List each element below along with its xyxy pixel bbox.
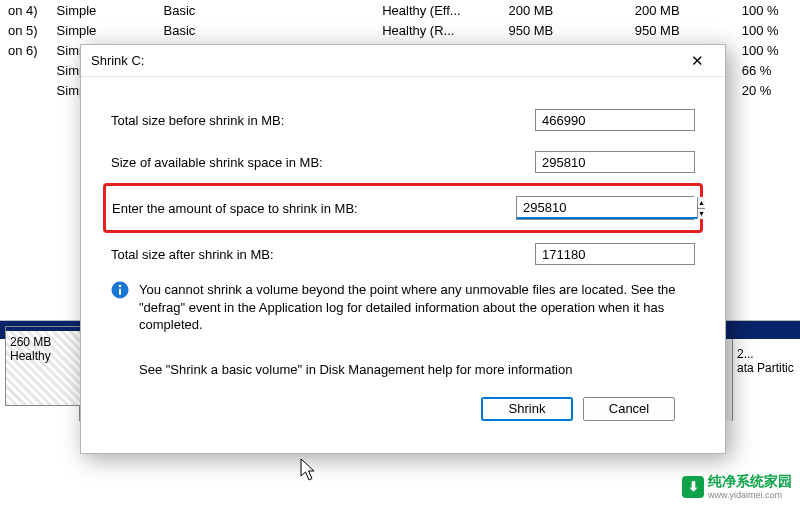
close-button[interactable]: ✕ xyxy=(679,48,715,74)
info-block: You cannot shrink a volume beyond the po… xyxy=(111,275,695,334)
table-row: on 5) Simple Basic Healthy (R... 950 MB … xyxy=(0,20,800,40)
shrink-button[interactable]: Shrink xyxy=(481,397,573,421)
info-icon xyxy=(111,281,129,334)
label-shrink-amount: Enter the amount of space to shrink in M… xyxy=(112,201,516,216)
value-total-before: 466990 xyxy=(535,109,695,131)
shrink-dialog: Shrink C: ✕ Total size before shrink in … xyxy=(80,44,726,454)
shrink-amount-input[interactable] xyxy=(517,197,697,219)
chevron-up-icon: ▲ xyxy=(698,199,705,206)
row-total-after: Total size after shrink in MB: 171180 xyxy=(111,233,695,275)
label-total-after: Total size after shrink in MB: xyxy=(111,247,535,262)
help-text: See "Shrink a basic volume" in Disk Mana… xyxy=(111,334,695,377)
download-icon xyxy=(682,476,704,498)
close-icon: ✕ xyxy=(691,52,704,70)
spinner-up-button[interactable]: ▲ xyxy=(698,197,705,209)
watermark-brand: 纯净系统家园 xyxy=(708,473,792,489)
label-total-before: Total size before shrink in MB: xyxy=(111,113,535,128)
cursor-icon xyxy=(300,458,318,485)
value-total-after: 171180 xyxy=(535,243,695,265)
dialog-title: Shrink C: xyxy=(91,53,679,68)
partition-right[interactable]: 2... ata Partitic xyxy=(732,339,800,421)
label-available: Size of available shrink space in MB: xyxy=(111,155,535,170)
info-text: You cannot shrink a volume beyond the po… xyxy=(139,281,695,334)
cancel-button[interactable]: Cancel xyxy=(583,397,675,421)
shrink-amount-spinner: ▲ ▼ xyxy=(516,196,694,220)
watermark-url: www.yidaimei.com xyxy=(708,491,792,500)
svg-rect-1 xyxy=(119,289,121,296)
row-available: Size of available shrink space in MB: 29… xyxy=(111,141,695,183)
svg-point-2 xyxy=(119,285,121,287)
spinner-down-button[interactable]: ▼ xyxy=(698,209,705,220)
watermark: 纯净系统家园 www.yidaimei.com xyxy=(682,473,792,500)
row-shrink-amount-highlight: Enter the amount of space to shrink in M… xyxy=(103,183,703,233)
dialog-titlebar[interactable]: Shrink C: ✕ xyxy=(81,45,725,77)
chevron-down-icon: ▼ xyxy=(698,210,705,217)
value-available: 295810 xyxy=(535,151,695,173)
row-total-before: Total size before shrink in MB: 466990 xyxy=(111,99,695,141)
table-row: on 4) Simple Basic Healthy (Eff... 200 M… xyxy=(0,0,800,20)
